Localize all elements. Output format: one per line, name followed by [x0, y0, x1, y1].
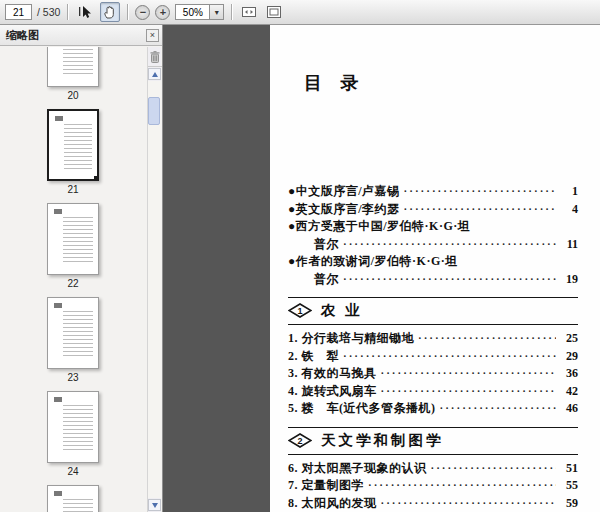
toc-entry-label: 普尔 [314, 271, 339, 288]
fit-page-button[interactable] [264, 2, 284, 22]
close-icon: × [150, 30, 155, 40]
toc-section: 2 天文学和制图学 6. 对太阳黑子现象的认识 51 7. 定量制图学 55 8… [288, 427, 578, 512]
toc-entry-page: 51 [560, 461, 578, 476]
dot-leader [418, 331, 556, 346]
toc-entry-page: 11 [560, 237, 578, 252]
thumbnails-panel-title: 缩略图 [6, 28, 39, 43]
toc-entry-label: 4. 旋转式风扇车 [288, 383, 377, 400]
arrow-down-icon [152, 503, 158, 508]
svg-text:2: 2 [297, 435, 302, 445]
dot-leader [343, 349, 556, 364]
toc-entry-page: 42 [560, 384, 578, 399]
toc-entry-page: 59 [560, 496, 578, 511]
thumbnail-item[interactable]: 23 [47, 297, 99, 391]
hand-tool-icon [102, 4, 118, 20]
sidebar-right-column [147, 47, 161, 512]
thumbnail-item[interactable]: 20 [47, 47, 99, 109]
thumbnail-item[interactable]: 21 [47, 109, 99, 203]
select-tool-button[interactable] [75, 2, 95, 22]
panel-close-button[interactable]: × [146, 29, 159, 42]
toc-entry-label: 7. 定量制图学 [288, 477, 364, 494]
section-title: 天文学和制图学 [321, 431, 444, 450]
scroll-down-button[interactable] [148, 499, 161, 511]
toc-entry-label: 8. 太阳风的发现 [288, 495, 377, 512]
section-items: 6. 对太阳黑子现象的认识 51 7. 定量制图学 55 8. 太阳风的发现 5… [288, 460, 578, 512]
zoom-dropdown-button[interactable]: ▾ [209, 4, 224, 20]
dot-leader [381, 496, 557, 511]
trash-icon [149, 50, 161, 64]
hand-tool-button[interactable] [100, 2, 120, 22]
minus-icon: − [140, 7, 146, 18]
zoom-level-control: ▾ [175, 4, 224, 20]
dot-leader [431, 461, 557, 476]
toolbar-divider [231, 4, 232, 20]
thumbnails-panel-header: 缩略图 × [0, 25, 162, 46]
thumbnail-page-label: 24 [67, 466, 78, 478]
toc-entry: 5. 耧 车(近代多管条播机) 46 [288, 400, 578, 418]
toc-entry-label: ●作者的致谢词/罗伯特·K·G·坦 [288, 253, 458, 270]
fit-page-icon [266, 5, 282, 19]
page-title: 目 录 [304, 71, 578, 95]
toolbar-divider [127, 4, 128, 20]
front-matter-list: ●中文版序言/卢嘉锡 1 ●英文版序言/李约瑟 4 ●西方受惠于中国/罗伯特·K… [288, 183, 578, 288]
chevron-down-icon: ▾ [215, 8, 219, 17]
fit-width-button[interactable] [239, 2, 259, 22]
toc-entry: 6. 对太阳黑子现象的认识 51 [288, 460, 578, 478]
toc-entry-page: 19 [560, 272, 578, 287]
dot-leader [404, 202, 556, 217]
toc-entry-page: 4 [560, 202, 578, 217]
top-toolbar: / 530 − + ▾ [0, 0, 600, 25]
sidebar-scrollbar-track[interactable] [148, 81, 161, 498]
thumbnail-item[interactable]: 22 [47, 203, 99, 297]
sections-container: 1 农 业 1. 分行栽培与精细锄地 25 2. 铁 犁 29 3. 有效的马挽… [288, 297, 578, 512]
toc-entry: 普尔 19 [288, 271, 578, 289]
toc-entry: 8. 太阳风的发现 59 [288, 495, 578, 512]
scroll-up-button[interactable] [148, 68, 161, 80]
toc-entry: 1. 分行栽培与精细锄地 25 [288, 330, 578, 348]
thumbnail-page-label: 20 [67, 90, 78, 102]
toc-entry-label: 1. 分行栽培与精细锄地 [288, 330, 414, 347]
thumbnail-page-label: 22 [67, 278, 78, 290]
page-number-input[interactable] [5, 4, 32, 20]
thumbnail-page-preview[interactable] [47, 485, 99, 512]
dot-leader [381, 366, 557, 381]
thumbnail-item[interactable]: 24 [47, 391, 99, 485]
plus-icon: + [160, 7, 166, 18]
section-items: 1. 分行栽培与精细锄地 25 2. 铁 犁 29 3. 有效的马挽具 36 4… [288, 330, 578, 418]
section-header: 1 农 业 [288, 297, 578, 325]
toc-entry-label: 3. 有效的马挽具 [288, 365, 377, 382]
delete-page-button[interactable] [149, 50, 161, 64]
selection-handle [94, 176, 99, 181]
thumbnail-page-preview[interactable] [47, 109, 99, 181]
arrow-up-icon [152, 72, 158, 77]
toc-entry-page: 46 [560, 401, 578, 416]
dot-leader [440, 401, 557, 416]
zoom-level-input[interactable] [175, 4, 209, 20]
toc-entry-page: 55 [560, 478, 578, 493]
toc-entry: ●中文版序言/卢嘉锡 1 [288, 183, 578, 201]
section-title: 农 业 [321, 301, 363, 320]
thumbnail-page-preview[interactable] [47, 391, 99, 463]
toc-entry: 7. 定量制图学 55 [288, 477, 578, 495]
document-page: 目 录 ●中文版序言/卢嘉锡 1 ●英文版序言/李约瑟 4 ●西方受惠于中国/罗… [270, 25, 600, 512]
toc-entry-page: 25 [560, 331, 578, 346]
toc-entry: 3. 有效的马挽具 36 [288, 365, 578, 383]
zoom-out-button[interactable]: − [135, 5, 150, 20]
sidebar-scrollbar-thumb[interactable] [148, 97, 160, 125]
thumbnail-item[interactable] [47, 485, 99, 512]
toc-entry-page: 29 [560, 349, 578, 364]
document-viewport[interactable]: 目 录 ●中文版序言/卢嘉锡 1 ●英文版序言/李约瑟 4 ●西方受惠于中国/罗… [164, 25, 600, 512]
toc-entry: ●作者的致谢词/罗伯特·K·G·坦 [288, 253, 578, 271]
section-number-diamond-icon: 1 [288, 303, 312, 318]
thumbnail-page-preview[interactable] [47, 297, 99, 369]
toc-entry-label: 6. 对太阳黑子现象的认识 [288, 460, 427, 477]
thumbnails-panel: 缩略图 × 20 21 22 23 24 [0, 25, 163, 512]
thumbnail-list: 20 21 22 23 24 [0, 47, 146, 512]
thumbnail-page-preview[interactable] [47, 47, 99, 87]
fit-width-icon [241, 5, 257, 19]
zoom-in-button[interactable]: + [155, 5, 170, 20]
thumbnail-page-label: 21 [67, 184, 78, 196]
toc-entry: ●西方受惠于中国/罗伯特·K·G·坦 [288, 218, 578, 236]
thumbnail-page-preview[interactable] [47, 203, 99, 275]
toc-entry-label: 普尔 [314, 236, 339, 253]
